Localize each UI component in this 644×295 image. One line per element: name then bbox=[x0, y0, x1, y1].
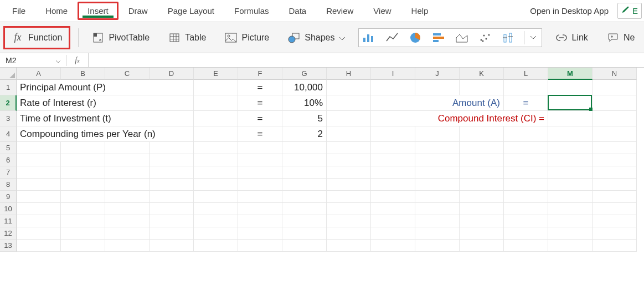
cell-H10[interactable] bbox=[327, 203, 371, 215]
row-header-6[interactable]: 6 bbox=[0, 154, 17, 166]
cell-N11[interactable] bbox=[593, 215, 637, 227]
cell-N2[interactable] bbox=[593, 95, 637, 111]
cell-N5[interactable] bbox=[593, 142, 637, 154]
cell-E11[interactable] bbox=[194, 215, 238, 227]
function-button[interactable]: fx Function bbox=[3, 26, 70, 49]
cell-N6[interactable] bbox=[593, 154, 637, 166]
cell-D13[interactable] bbox=[150, 240, 194, 252]
cell-H3[interactable] bbox=[327, 111, 371, 126]
tab-file[interactable]: File bbox=[2, 2, 35, 20]
col-header-F[interactable]: F bbox=[238, 68, 282, 80]
cell-E4[interactable] bbox=[194, 126, 238, 142]
cell-L4[interactable] bbox=[504, 126, 548, 142]
col-header-J[interactable]: J bbox=[415, 68, 460, 80]
cell-L10[interactable] bbox=[504, 203, 548, 215]
cell-B6[interactable] bbox=[61, 154, 105, 166]
cell-I12[interactable] bbox=[371, 227, 415, 240]
row-header-13[interactable]: 13 bbox=[0, 240, 17, 252]
tab-formulas[interactable]: Formulas bbox=[224, 2, 279, 20]
cell-I6[interactable] bbox=[371, 154, 415, 166]
cell-F12[interactable] bbox=[238, 227, 282, 240]
cell-I1[interactable] bbox=[371, 80, 415, 95]
cell-I11[interactable] bbox=[371, 215, 415, 227]
table-button[interactable]: Table bbox=[163, 28, 212, 47]
cell-C11[interactable] bbox=[105, 215, 150, 227]
cell-B13[interactable] bbox=[61, 240, 105, 252]
cell-N3[interactable] bbox=[593, 111, 637, 126]
new-comment-button[interactable]: Ne bbox=[601, 28, 640, 47]
cell-H1[interactable] bbox=[327, 80, 371, 95]
cell-E12[interactable] bbox=[194, 227, 238, 240]
cell-K4[interactable] bbox=[460, 126, 504, 142]
cell-G11[interactable] bbox=[282, 215, 327, 227]
cell-J7[interactable] bbox=[415, 166, 460, 179]
cell-B11[interactable] bbox=[61, 215, 105, 227]
row-header-12[interactable]: 12 bbox=[0, 227, 17, 240]
cell-G13[interactable] bbox=[282, 240, 327, 252]
cell-M5[interactable] bbox=[548, 142, 593, 154]
cell-I13[interactable] bbox=[371, 240, 415, 252]
cell-K5[interactable] bbox=[460, 142, 504, 154]
cell-F5[interactable] bbox=[238, 142, 282, 154]
cell-J9[interactable] bbox=[415, 191, 460, 203]
col-header-A[interactable]: A bbox=[17, 68, 61, 80]
area-chart-icon[interactable] bbox=[454, 31, 470, 44]
cell-C6[interactable] bbox=[105, 154, 150, 166]
cell-H9[interactable] bbox=[327, 191, 371, 203]
cell-E3[interactable] bbox=[194, 111, 238, 126]
cell-B12[interactable] bbox=[61, 227, 105, 240]
cell-D8[interactable] bbox=[150, 179, 194, 191]
row-header-10[interactable]: 10 bbox=[0, 203, 17, 215]
cell-F13[interactable] bbox=[238, 240, 282, 252]
cell-H13[interactable] bbox=[327, 240, 371, 252]
cell-K6[interactable] bbox=[460, 154, 504, 166]
cell-K9[interactable] bbox=[460, 191, 504, 203]
col-header-C[interactable]: C bbox=[105, 68, 150, 80]
cell-A12[interactable] bbox=[17, 227, 61, 240]
cell-G10[interactable] bbox=[282, 203, 327, 215]
cell-I7[interactable] bbox=[371, 166, 415, 179]
cell-E5[interactable] bbox=[194, 142, 238, 154]
cell-G7[interactable] bbox=[282, 166, 327, 179]
row-header-1[interactable]: 1 bbox=[0, 80, 17, 95]
tab-view[interactable]: View bbox=[363, 2, 401, 20]
content-A4[interactable]: Compounding times per Year (n) bbox=[17, 126, 194, 142]
cell-E7[interactable] bbox=[194, 166, 238, 179]
edit-button[interactable]: E bbox=[617, 3, 642, 19]
cell-C8[interactable] bbox=[105, 179, 150, 191]
cell-J1[interactable] bbox=[415, 80, 460, 95]
cell-J5[interactable] bbox=[415, 142, 460, 154]
col-header-G[interactable]: G bbox=[282, 68, 327, 80]
cell-C10[interactable] bbox=[105, 203, 150, 215]
fx-icon[interactable]: fx bbox=[66, 53, 89, 67]
col-header-D[interactable]: D bbox=[150, 68, 194, 80]
cell-L7[interactable] bbox=[504, 166, 548, 179]
row-header-5[interactable]: 5 bbox=[0, 142, 17, 154]
cell-L13[interactable] bbox=[504, 240, 548, 252]
cell-G5[interactable] bbox=[282, 142, 327, 154]
cell-J11[interactable] bbox=[415, 215, 460, 227]
link-button[interactable]: Link bbox=[550, 28, 594, 47]
pie-chart-icon[interactable] bbox=[408, 31, 423, 44]
cell-J12[interactable] bbox=[415, 227, 460, 240]
cell-J6[interactable] bbox=[415, 154, 460, 166]
cell-B8[interactable] bbox=[61, 179, 105, 191]
cell-J13[interactable] bbox=[415, 240, 460, 252]
cell-A5[interactable] bbox=[17, 142, 61, 154]
cell-I10[interactable] bbox=[371, 203, 415, 215]
cell-D7[interactable] bbox=[150, 166, 194, 179]
col-header-H[interactable]: H bbox=[327, 68, 371, 80]
tab-review[interactable]: Review bbox=[316, 2, 363, 20]
col-header-M[interactable]: M bbox=[548, 68, 593, 80]
other-chart-icon[interactable] bbox=[501, 31, 516, 44]
cell-A8[interactable] bbox=[17, 179, 61, 191]
cell-H4[interactable] bbox=[327, 126, 371, 142]
cell-L12[interactable] bbox=[504, 227, 548, 240]
cell-C12[interactable] bbox=[105, 227, 150, 240]
tab-draw[interactable]: Draw bbox=[119, 2, 158, 20]
cell-C5[interactable] bbox=[105, 142, 150, 154]
picture-button[interactable]: Picture bbox=[219, 28, 275, 47]
cell-C13[interactable] bbox=[105, 240, 150, 252]
tab-data[interactable]: Data bbox=[279, 2, 316, 20]
content-I3[interactable]: Compound Interest (CI) = bbox=[371, 111, 548, 126]
